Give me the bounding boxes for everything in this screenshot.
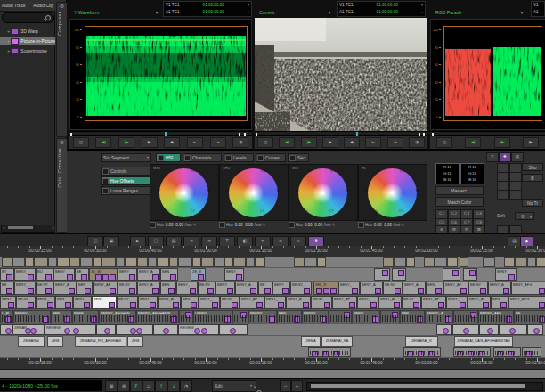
timeline-clip[interactable] [192,257,201,267]
timeline-clip[interactable]: BENY_A [137,268,160,281]
timeline-clip[interactable]: BENY_AF [332,296,357,309]
zoom-in-button[interactable]: + [291,380,303,392]
timeline-clip[interactable]: BY_ [0,268,14,281]
timeline-clip[interactable]: BENY_ [199,296,220,309]
timeline-clip[interactable]: BEN [160,268,178,281]
timeline-clip[interactable] [522,347,541,357]
play-button[interactable]: ▶ [322,137,338,148]
timeline-clip[interactable] [329,310,352,323]
timeline-scrollbar[interactable] [306,382,543,391]
timeline-clip[interactable]: BENY [53,268,75,281]
play-button[interactable]: ▶ [142,137,158,148]
timeline-clip[interactable]: BENY_ [14,268,36,281]
go-to-in-button[interactable]: ⇤ [187,137,203,148]
color-swatch-input[interactable]: R:16 G:16 B:16 [435,163,460,184]
timeline-clip[interactable] [392,268,406,281]
dual-image-button[interactable]: ◫ [436,137,452,148]
timeline-clip[interactable]: ZE_B [191,268,206,281]
timeline-clip[interactable] [380,310,400,323]
timeline-clip[interactable]: BE.NY [16,296,36,309]
effect-item-superimpose[interactable]: +Superimpose [0,46,55,55]
timeline-clip[interactable] [527,257,536,267]
timeline-clip[interactable]: BENY_A [468,296,491,309]
timeline-clip[interactable] [305,257,317,267]
frame-box-button[interactable]: ▭ [142,380,155,392]
timeline-clip[interactable] [308,347,351,357]
timeline-clip[interactable] [169,257,178,267]
cc-right-button-7[interactable] [497,190,509,200]
timeline-clip[interactable] [483,257,495,267]
timeline-clip[interactable] [116,257,125,267]
cc-tab-curves[interactable]: Curves [256,153,286,162]
src-segment-dropdown[interactable]: Src Segment▾ [101,153,151,162]
timeline-clip[interactable] [116,324,153,335]
timeline-clip[interactable] [403,347,441,357]
timeline-clip[interactable] [452,324,479,335]
color-swatch-output[interactable]: R:16 G:16 B:16 [460,163,484,184]
effect-search-input[interactable] [2,12,54,23]
timeline-clip[interactable] [317,257,326,267]
clock-button[interactable]: ◔ [180,380,192,392]
timeline-clip[interactable]: BENY [216,282,235,295]
timeline-clip[interactable]: BENY_A [378,296,402,309]
timeline-clip[interactable]: BENY_A [235,282,258,295]
link-button[interactable]: ⊞ [118,380,130,392]
timeline-clip[interactable]: BENY_ [36,296,55,309]
loop-button[interactable]: ◆ [164,137,180,148]
scroll-up-button[interactable]: ↑ [155,380,167,392]
cc-tab-channels[interactable]: Channels [183,153,222,162]
timeline-clip[interactable] [499,324,527,335]
eyedropper-icon[interactable]: ✎ [332,223,336,227]
amt-value[interactable]: 0.00 [314,223,322,227]
timeline-clip[interactable]: BEN [277,310,302,323]
cc-effect-button[interactable]: ✚ [499,152,511,162]
eyedropper-icon[interactable]: ✎ [263,223,266,227]
step-backward-button[interactable]: ◀| [279,137,295,148]
amt-value[interactable]: 0.00 [245,223,253,227]
timeline-search-icon[interactable] [256,383,262,392]
eyedropper-icon[interactable]: ✎ [193,223,197,227]
timeline-clip[interactable]: BEN [51,310,72,323]
cc-settings-button[interactable]: ▤ [511,152,524,162]
timeline-clip[interactable] [157,257,169,267]
cc-tab-hsl[interactable]: HSL [156,153,181,162]
duration-button[interactable]: ◔ [409,137,425,148]
gear-icon[interactable]: ⚙ [57,3,67,10]
scrollbar-thumb[interactable] [311,384,525,388]
timeline-clip[interactable] [214,257,224,267]
timeline-clip[interactable] [102,257,116,267]
hue-wheel-midtones[interactable]: MID YLMGRBGCY [289,164,358,221]
timeline-clip[interactable]: BE [0,282,14,295]
tab-toggle-icon[interactable] [225,155,232,161]
show-button[interactable]: Sho [522,163,543,171]
timeline-clip[interactable]: BE.NY [220,296,240,309]
timeline-playhead[interactable] [329,246,329,369]
timeline-clip[interactable]: BE.NY [118,282,137,295]
match-color-button[interactable]: Match Color [435,197,484,207]
zoom-out-button[interactable]: − [280,380,291,392]
timeline-clip[interactable] [137,257,148,267]
timeline-clip[interactable]: BENY_AF [421,296,446,309]
hue-value[interactable]: 0.00 [235,223,243,227]
timeline-clip[interactable] [536,257,545,267]
enable-checkbox[interactable] [358,222,364,228]
scroll-right-icon[interactable]: ▸ [53,225,54,231]
timeline-clip[interactable]: BENY_A [286,296,311,309]
timeline-clip[interactable]: BENY_A [403,282,426,295]
effect-item-picture-in-picture[interactable]: +Picture-In-Picture [0,37,55,45]
timeline-clip[interactable]: ZEMARAI [18,336,45,347]
timeline-clip[interactable]: BE.NY [468,282,488,295]
step-forward-button[interactable]: |▶ [118,137,134,148]
timeline-clip[interactable] [219,324,248,335]
duration-button[interactable]: ◔ [232,137,248,148]
timeline-clip[interactable]: BENNY [302,310,329,323]
cc-subtab-luma-ranges[interactable]: Luma Ranges [101,186,151,195]
timeline-clip[interactable]: BEN [400,310,425,323]
timeline-clip[interactable]: BE [75,268,89,281]
timeline-clip[interactable] [493,347,521,357]
amt-value[interactable]: 0.00 [384,223,392,227]
enable-checkbox[interactable] [150,222,156,228]
timeline-clip[interactable] [246,257,255,267]
cc-menu-button[interactable]: ≡ [486,152,499,162]
timeline-clip[interactable] [0,324,12,335]
